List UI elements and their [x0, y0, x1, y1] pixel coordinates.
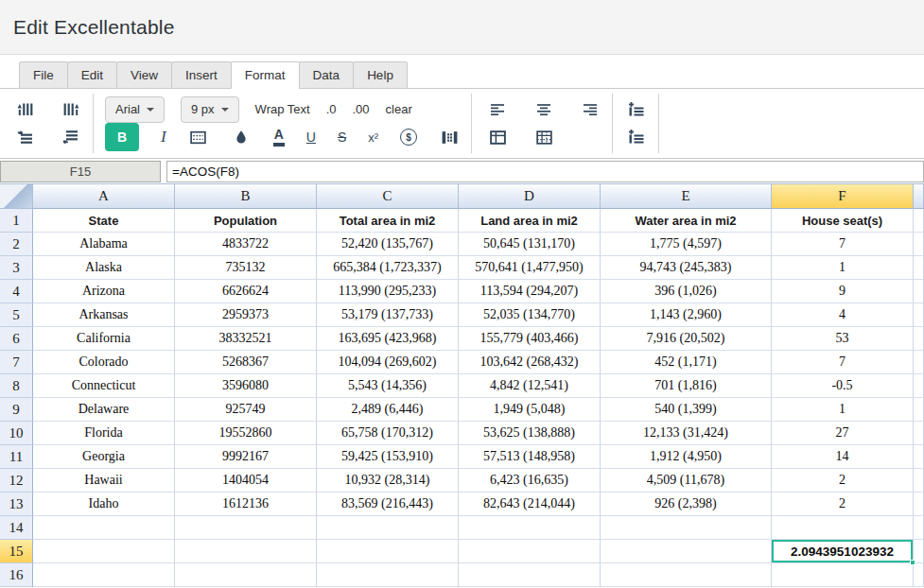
cell-B9[interactable]: 925749	[175, 398, 317, 422]
cell-F12[interactable]: 2	[772, 469, 914, 493]
cell-C4[interactable]: 113,990 (295,233)	[317, 280, 459, 303]
cell-C12[interactable]: 10,932 (28,314)	[317, 469, 459, 493]
cell-A5[interactable]: Arkansas	[33, 303, 175, 327]
superscript-button[interactable]: x²	[368, 130, 378, 145]
cell-C10[interactable]: 65,758 (170,312)	[317, 422, 459, 445]
fill-color-icon[interactable]	[231, 127, 252, 147]
cell-A1[interactable]: State	[33, 209, 175, 233]
indent-increase-icon[interactable]	[626, 99, 647, 120]
cell-F3[interactable]: 1	[772, 256, 914, 280]
row-header-8[interactable]: 8	[0, 374, 33, 398]
cell-F13[interactable]: 2	[772, 493, 914, 516]
merge-cells-icon[interactable]	[439, 127, 460, 147]
cell-overflow-13[interactable]	[914, 493, 924, 516]
cell-F8[interactable]: -0.5	[772, 374, 914, 398]
cell-B7[interactable]: 5268367	[175, 351, 317, 374]
cell-reference-box[interactable]: F15	[0, 161, 161, 182]
cell-overflow-5[interactable]	[914, 303, 924, 327]
bold-button[interactable]: B	[105, 123, 139, 151]
cell-D7[interactable]: 103,642 (268,432)	[459, 351, 601, 374]
cell-A10[interactable]: Florida	[33, 422, 175, 445]
cell-F1[interactable]: House seat(s)	[772, 209, 914, 233]
column-header-F[interactable]: F	[772, 183, 914, 209]
cell-overflow-16[interactable]	[914, 563, 924, 587]
cell-E11[interactable]: 1,912 (4,950)	[601, 445, 772, 469]
cell-C2[interactable]: 52,420 (135,767)	[317, 233, 459, 256]
table-grid-icon[interactable]	[533, 127, 554, 147]
cell-E10[interactable]: 12,133 (31,424)	[601, 422, 772, 445]
font-family-dropdown[interactable]: Arial	[105, 96, 165, 123]
cell-D2[interactable]: 50,645 (131,170)	[459, 233, 601, 256]
cell-C11[interactable]: 59,425 (153,910)	[317, 445, 459, 469]
row-header-6[interactable]: 6	[0, 327, 33, 351]
cell-C9[interactable]: 2,489 (6,446)	[317, 398, 459, 422]
insert-row-below-icon[interactable]	[61, 127, 81, 147]
cell-C6[interactable]: 163,695 (423,968)	[317, 327, 459, 351]
insert-row-above-icon[interactable]	[15, 127, 36, 147]
row-header-9[interactable]: 9	[0, 398, 33, 422]
cell-F14[interactable]	[772, 516, 914, 540]
formula-input[interactable]	[166, 161, 924, 182]
fill-handle[interactable]	[910, 560, 915, 565]
row-header-15[interactable]: 15	[0, 540, 33, 563]
cell-D3[interactable]: 570,641 (1,477,950)	[459, 256, 601, 280]
cell-overflow-9[interactable]	[914, 398, 924, 422]
table-header-styles-icon[interactable]	[487, 127, 508, 147]
cell-D16[interactable]	[459, 563, 601, 587]
cell-D10[interactable]: 53,625 (138,888)	[459, 422, 601, 445]
cell-overflow-4[interactable]	[914, 280, 924, 303]
column-header-D[interactable]: D	[459, 183, 601, 209]
cell-B16[interactable]	[175, 563, 317, 587]
cell-F7[interactable]: 7	[772, 351, 914, 374]
align-center-icon[interactable]	[533, 99, 554, 120]
cell-D14[interactable]	[459, 516, 601, 540]
menu-tab-edit[interactable]: Edit	[67, 61, 117, 89]
cell-D9[interactable]: 1,949 (5,048)	[459, 398, 601, 422]
text-color-button[interactable]: A	[273, 128, 285, 147]
cell-E1[interactable]: Water area in mi2	[601, 209, 772, 233]
cell-F6[interactable]: 53	[772, 327, 914, 351]
insert-column-right-icon[interactable]	[61, 99, 81, 120]
cell-C13[interactable]: 83,569 (216,443)	[317, 493, 459, 516]
cell-A11[interactable]: Georgia	[33, 445, 175, 469]
column-header-B[interactable]: B	[175, 183, 317, 209]
cell-C16[interactable]	[317, 563, 459, 587]
borders-icon[interactable]	[188, 127, 209, 147]
row-header-2[interactable]: 2	[0, 233, 33, 256]
underline-button[interactable]: U	[306, 130, 316, 145]
cell-C14[interactable]	[317, 516, 459, 540]
cell-B1[interactable]: Population	[175, 209, 317, 233]
cell-A9[interactable]: Delaware	[33, 398, 175, 422]
cell-C8[interactable]: 5,543 (14,356)	[317, 374, 459, 398]
cell-D4[interactable]: 113,594 (294,207)	[459, 280, 601, 303]
insert-column-left-icon[interactable]	[15, 99, 36, 120]
cell-B12[interactable]: 1404054	[175, 469, 317, 493]
row-header-3[interactable]: 3	[0, 256, 33, 280]
font-size-dropdown[interactable]: 9 px	[181, 96, 239, 123]
cell-B15[interactable]	[175, 540, 317, 563]
cell-E15[interactable]	[601, 540, 772, 563]
menu-tab-file[interactable]: File	[19, 61, 68, 89]
row-header-4[interactable]: 4	[0, 280, 33, 303]
cell-E2[interactable]: 1,775 (4,597)	[601, 233, 772, 256]
cell-E13[interactable]: 926 (2,398)	[601, 493, 772, 516]
row-header-5[interactable]: 5	[0, 303, 33, 327]
cell-B10[interactable]: 19552860	[175, 422, 317, 445]
cell-E5[interactable]: 1,143 (2,960)	[601, 303, 772, 327]
select-all-corner[interactable]	[0, 183, 33, 209]
cell-overflow-11[interactable]	[914, 445, 924, 469]
cell-E9[interactable]: 540 (1,399)	[601, 398, 772, 422]
cell-A15[interactable]	[33, 540, 175, 563]
align-left-icon[interactable]	[487, 99, 508, 120]
cell-D1[interactable]: Land area in mi2	[459, 209, 601, 233]
cell-B4[interactable]: 6626624	[175, 280, 317, 303]
cell-B8[interactable]: 3596080	[175, 374, 317, 398]
cell-C5[interactable]: 53,179 (137,733)	[317, 303, 459, 327]
cell-B11[interactable]: 9992167	[175, 445, 317, 469]
menu-tab-format[interactable]: Format	[231, 61, 300, 89]
cell-overflow-3[interactable]	[914, 256, 924, 280]
cell-A4[interactable]: Arizona	[33, 280, 175, 303]
cell-A6[interactable]: California	[33, 327, 175, 351]
cell-B2[interactable]: 4833722	[175, 233, 317, 256]
cell-E12[interactable]: 4,509 (11,678)	[601, 469, 772, 493]
